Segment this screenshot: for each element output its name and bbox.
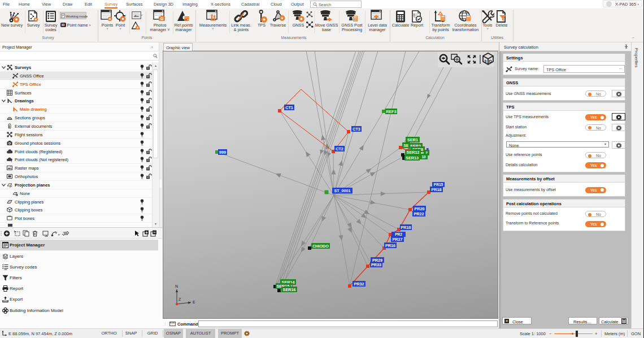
svg-text:D: D (489, 59, 493, 64)
svg-text:3: 3 (484, 59, 486, 64)
svg-text:REF3: REF3 (386, 109, 396, 114)
svg-text:CHIODO: CHIODO (312, 244, 329, 249)
svg-text:SER12: SER12 (407, 150, 420, 155)
svg-text:PR27: PR27 (393, 237, 403, 242)
svg-text:10: 10 (421, 155, 426, 159)
svg-text:PR32: PR32 (354, 281, 364, 287)
svg-text:!: ! (11, 159, 12, 162)
svg-text:PR16: PR16 (385, 243, 395, 248)
svg-text:CT2: CT2 (336, 146, 343, 151)
svg-text:Z: Z (179, 297, 181, 301)
svg-text:PR20: PR20 (415, 206, 425, 211)
svg-text:SER1: SER1 (407, 137, 418, 142)
svg-text:PR15: PR15 (434, 183, 443, 187)
svg-text:N: N (175, 284, 178, 288)
svg-text:SE: SE (403, 143, 409, 148)
svg-text:PR18: PR18 (432, 187, 442, 192)
svg-text:SER16: SER16 (283, 287, 296, 292)
svg-text:PR10: PR10 (401, 225, 411, 230)
svg-text:PR33: PR33 (371, 262, 381, 267)
svg-text:E: E (193, 300, 195, 304)
svg-text:ST_0001: ST_0001 (334, 188, 350, 193)
svg-text:999: 999 (219, 150, 226, 155)
svg-text:CT3: CT3 (353, 127, 360, 132)
svg-text:SER13: SER13 (406, 155, 419, 161)
svg-text:PR22: PR22 (414, 211, 424, 216)
svg-text:CT1: CT1 (285, 105, 293, 110)
svg-text:PR2: PR2 (395, 232, 402, 236)
